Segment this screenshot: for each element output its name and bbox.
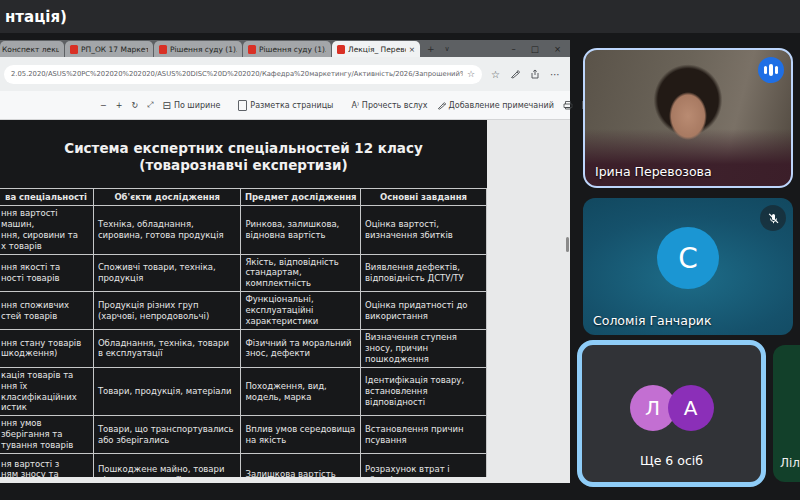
annotate-pen-icon [437, 101, 446, 110]
table-row: ння умов зберігання та тування товарівТо… [0, 416, 487, 454]
table-cell: Товари, що транспортувались або зберігал… [93, 416, 241, 454]
table-cell: ння стану товарів шкодження) [0, 330, 93, 368]
table-header: Основні завдання [361, 189, 487, 206]
table-cell: Техніка, обладнання, сировина, готова пр… [93, 206, 241, 255]
table-row: ння вартості машин, ння, сировини та х т… [0, 206, 487, 255]
table-row: кація товарів та ння їх класифікаційних … [0, 367, 487, 416]
pdf-file-icon [248, 45, 256, 54]
minimize-button[interactable]: – [512, 44, 516, 54]
participant-name: Ірина Перевозова [595, 164, 712, 179]
add-favorite-star-icon[interactable]: ☆ [467, 69, 475, 79]
avatar: А [668, 385, 714, 431]
annotate-button[interactable]: Добавление примечаний [437, 101, 554, 110]
table-header: Предмет дослідження [241, 189, 361, 206]
tab-label: РП_ОК 17 Маркетинг_ [81, 45, 148, 54]
table-cell: Обладнання, техніка, товари в експлуатац… [93, 330, 241, 368]
table-cell: Товари, продукція, матеріали [93, 367, 241, 416]
fit-page-icon[interactable]: ⤢ [147, 100, 153, 110]
favorites-icon[interactable]: ☆ [491, 69, 500, 80]
mic-off-icon [760, 205, 786, 231]
fit-width-icon: ⊟ [163, 100, 171, 111]
browser-tab[interactable]: Лекція_ Перевозо× [332, 41, 420, 57]
url-text: 2.05.2020/ASUS%20PC%202020%202020/ASUS%2… [11, 70, 463, 78]
meet-top-bar: нтація) [0, 0, 800, 33]
printer-icon [563, 100, 573, 110]
table-cell: Пошкоджене майно, товари після експлуата… [93, 453, 241, 477]
participant-tile-avatar[interactable]: С Соломія Ганчарик [583, 198, 793, 335]
pdf-page: Система експертних спеціальностей 12 кла… [0, 120, 487, 477]
table-cell: Залишкова вартість [241, 453, 361, 477]
participant-tile-video[interactable]: Ірина Перевозова [583, 48, 793, 188]
group-avatars: Л А [630, 385, 714, 431]
table-cell: Ідентифікація товару, встановлення відпо… [361, 367, 487, 416]
zoom-in-button[interactable]: + [116, 101, 123, 110]
read-aloud-button[interactable]: A⁾ Прочесть вслух [351, 101, 427, 110]
browser-address-bar: 2.05.2020/ASUS%20PC%202020%202020/ASUS%2… [0, 57, 570, 91]
pdf-file-icon [159, 45, 167, 54]
table-row: ння споживчих стей товарівПродукція різн… [0, 292, 487, 330]
table-cell: Якість, відповідність стандартам, компле… [241, 254, 361, 292]
meet-presentation-view: { "meet": { "share_title": "нтація)", "p… [0, 0, 800, 500]
participant-name: Лілі [780, 456, 800, 470]
browser-tab[interactable]: Рішення суду (1).pdf [243, 41, 331, 57]
scrollbar-thumb[interactable] [566, 237, 569, 252]
table-row: ня вартості з ням зносу та еньПошкоджене… [0, 453, 487, 477]
table-cell: Виявлення дефектів, відповідність ДСТУ/Т… [361, 254, 487, 292]
pdf-slide-title: Система експертних спеціальностей 12 кла… [0, 140, 487, 174]
share-icon[interactable] [530, 69, 540, 79]
tab-label: Рішення суду (1).pdf [170, 45, 237, 54]
participant-name: Соломія Ганчарик [593, 313, 712, 328]
table-row: ння якості та ності товарівСпоживчі това… [0, 254, 487, 292]
table-cell: ння споживчих стей товарів [0, 292, 93, 330]
pdf-viewer: Система експертних спеціальностей 12 кла… [0, 120, 570, 483]
pdf-file-icon [337, 45, 345, 54]
rotate-icon[interactable]: ↻ [131, 101, 138, 110]
table-header: ва спеціальності [0, 189, 93, 206]
table-cell: Продукція різних груп (харчові, непродов… [93, 292, 241, 330]
browser-tab[interactable]: Рішення суду (1).pdf [154, 41, 242, 57]
browser-tab[interactable]: Конспект лекцій.pdf [0, 41, 64, 57]
table-cell: Вплив умов середовища на якість [241, 416, 361, 454]
browser-tab[interactable]: РП_ОК 17 Маркетинг_ [65, 41, 153, 57]
table-cell: ння вартості машин, ння, сировини та х т… [0, 206, 93, 255]
table-header: Об'єкти дослідження [93, 189, 241, 206]
page-layout-icon [238, 100, 247, 111]
table-cell: ння якості та ності товарів [0, 254, 93, 292]
table-cell: Встановлення причин псування [361, 416, 487, 454]
tab-label: Лекція_ Перевозо [348, 45, 406, 54]
table-cell: Функціональні, експлуатаційні характерис… [241, 292, 361, 330]
close-tab-icon[interactable]: × [409, 45, 415, 54]
maximize-button[interactable]: □ [531, 44, 539, 54]
tab-search-chevron-icon[interactable]: ∨ [445, 45, 450, 53]
table-cell: Розрахунок втрат і збитків [361, 453, 487, 477]
table-cell: Оцінка придатності до використання [361, 292, 487, 330]
new-tab-button[interactable]: + [427, 44, 435, 54]
window-controls: – □ × [512, 44, 561, 54]
print-button[interactable] [563, 100, 573, 110]
url-input[interactable]: 2.05.2020/ASUS%20PC%202020%202020/ASUS%2… [4, 65, 482, 84]
more-people-label: Ще 6 осіб [582, 453, 761, 468]
table-cell: Визначення ступеня зносу, причин пошкодж… [361, 330, 487, 368]
table-cell: Походження, вид, модель, марка [241, 367, 361, 416]
participant-tile-group[interactable]: Л А Ще 6 осіб [577, 340, 766, 487]
audio-activity-icon [758, 57, 784, 83]
fit-width-button[interactable]: ⊟ По ширине [163, 100, 221, 111]
avatar: С [657, 227, 719, 289]
pdf-table: ва спеціальностіОб'єкти дослідженняПредм… [0, 188, 487, 477]
table-cell: ня вартості з ням зносу та ень [0, 453, 93, 477]
table-cell: Ринкова, залишкова, відновна вартість [241, 206, 361, 255]
close-window-button[interactable]: × [554, 44, 561, 54]
read-aloud-icon: A⁾ [351, 101, 358, 110]
page-layout-button[interactable]: Разметка страницы [238, 100, 333, 111]
pdf-file-icon [70, 45, 78, 54]
table-cell: кація товарів та ння їх класифікаційних … [0, 367, 93, 416]
participant-tile-partial[interactable]: Лілі [773, 345, 800, 482]
table-cell: ння умов зберігання та тування товарів [0, 416, 93, 454]
tab-strip-tabs: Конспект лекцій.pdfРП_ОК 17 Маркетинг_Рі… [0, 40, 421, 57]
zoom-out-button[interactable]: − [100, 101, 107, 110]
pdf-toolbar: − + ↻ ⤢ ⊟ По ширине Разметка страницы A⁾… [0, 91, 570, 120]
table-cell: Споживчі товари, техніка, продукція [93, 254, 241, 292]
ink-pen-icon[interactable] [510, 69, 520, 79]
tab-label: Рішення суду (1).pdf [259, 45, 326, 54]
more-menu-icon[interactable]: ⋯ [550, 69, 560, 80]
